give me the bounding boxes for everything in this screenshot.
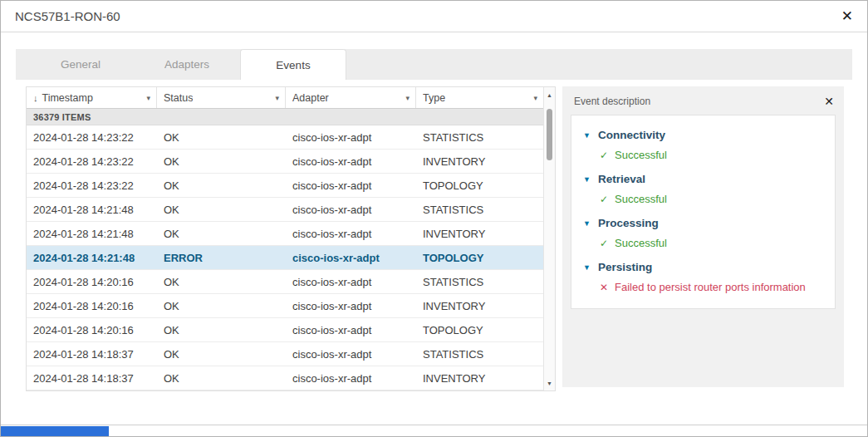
cell-adapter: cisco-ios-xr-adpt bbox=[286, 155, 416, 168]
cell-adapter: cisco-ios-xr-adpt bbox=[286, 179, 416, 192]
cell-type: TOPOLOGY bbox=[416, 324, 543, 336]
modal-body: GeneralAdaptersEvents ↓Timestamp▾Status▾… bbox=[1, 32, 867, 425]
table-row[interactable]: 2024-01-28 14:18:37OKcisco-ios-xr-adptST… bbox=[27, 342, 543, 366]
column-header-status[interactable]: Status▾ bbox=[157, 87, 286, 108]
filter-dropdown-icon[interactable]: ▾ bbox=[146, 94, 150, 102]
sort-desc-icon[interactable]: ↓ bbox=[33, 93, 38, 103]
tab-events[interactable]: Events bbox=[240, 49, 346, 80]
column-header-timestamp[interactable]: ↓Timestamp▾ bbox=[27, 87, 157, 108]
table-row[interactable]: 2024-01-28 14:23:22OKcisco-ios-xr-adptST… bbox=[27, 125, 543, 150]
event-section-name: Persisting bbox=[598, 261, 652, 273]
modal-header: NCS57B1-RON-60 ✕ bbox=[1, 1, 867, 32]
event-section-retrieval: ▼Retrieval✓Successful bbox=[581, 166, 825, 210]
cell-adapter: cisco-ios-xr-adpt bbox=[286, 300, 416, 312]
table-row[interactable]: 2024-01-28 14:23:22OKcisco-ios-xr-adptTO… bbox=[27, 174, 543, 198]
cell-status: OK bbox=[157, 228, 286, 240]
modal-title: NCS57B1-RON-60 bbox=[15, 9, 120, 23]
event-description-close-icon[interactable]: ✕ bbox=[824, 96, 834, 107]
cell-type: TOPOLOGY bbox=[416, 179, 543, 192]
cell-type: TOPOLOGY bbox=[416, 252, 543, 264]
table-row[interactable]: 2024-01-28 14:20:16OKcisco-ios-xr-adptIN… bbox=[27, 294, 543, 318]
cell-adapter: cisco-ios-xr-adpt bbox=[286, 252, 416, 264]
table-row[interactable]: 2024-01-28 14:21:48OKcisco-ios-xr-adptST… bbox=[27, 198, 543, 222]
tab-general[interactable]: General bbox=[27, 49, 134, 80]
column-title: Type bbox=[423, 92, 445, 104]
table-row[interactable]: 2024-01-28 14:21:48ERRORcisco-ios-xr-adp… bbox=[27, 246, 543, 270]
cell-type: INVENTORY bbox=[416, 300, 543, 312]
cell-type: INVENTORY bbox=[416, 372, 543, 385]
column-title: Status bbox=[164, 92, 193, 104]
cell-status: OK bbox=[157, 324, 286, 336]
table-row[interactable]: 2024-01-28 14:21:48OKcisco-ios-xr-adptIN… bbox=[27, 222, 543, 246]
cell-timestamp: 2024-01-28 14:21:48 bbox=[27, 204, 157, 216]
cell-timestamp: 2024-01-28 14:18:37 bbox=[27, 348, 157, 361]
cell-timestamp: 2024-01-28 14:20:16 bbox=[27, 300, 157, 312]
cell-status: OK bbox=[157, 372, 286, 385]
cell-adapter: cisco-ios-xr-adpt bbox=[286, 348, 416, 361]
tab-adapters[interactable]: Adapters bbox=[134, 49, 240, 80]
caret-down-icon: ▼ bbox=[583, 175, 591, 184]
filter-dropdown-icon[interactable]: ▾ bbox=[275, 94, 279, 102]
column-header-label: Type bbox=[423, 92, 445, 104]
event-section-name: Processing bbox=[598, 217, 659, 229]
scrollbar-thumb[interactable] bbox=[547, 109, 552, 160]
tab-panel: GeneralAdaptersEvents ↓Timestamp▾Status▾… bbox=[16, 49, 852, 423]
caret-down-icon: ▼ bbox=[583, 263, 591, 272]
event-section-persisting: ▼Persisting✕Failed to persist router por… bbox=[581, 254, 825, 298]
event-section-header[interactable]: ▼Connectivity bbox=[581, 122, 825, 145]
cell-status: OK bbox=[157, 276, 286, 288]
scroll-down-icon[interactable]: ▼ bbox=[544, 377, 555, 389]
cell-timestamp: 2024-01-28 14:20:16 bbox=[27, 324, 157, 336]
table-scrollbar[interactable]: ▲ ▼ bbox=[543, 87, 555, 390]
caret-down-icon: ▼ bbox=[583, 219, 591, 228]
cell-type: INVENTORY bbox=[416, 155, 543, 168]
cell-type: STATISTICS bbox=[416, 348, 543, 361]
column-header-adapter[interactable]: Adapter▾ bbox=[286, 87, 416, 108]
cell-timestamp: 2024-01-28 14:18:37 bbox=[27, 372, 157, 385]
scroll-up-icon[interactable]: ▲ bbox=[544, 89, 555, 101]
events-table: ↓Timestamp▾Status▾Adapter▾Type▾ 36379 IT… bbox=[26, 86, 556, 391]
table-row[interactable]: 2024-01-28 14:20:16OKcisco-ios-xr-adptST… bbox=[27, 270, 543, 294]
event-section-name: Connectivity bbox=[598, 129, 665, 141]
cell-timestamp: 2024-01-28 14:21:48 bbox=[27, 252, 157, 264]
event-section-name: Retrieval bbox=[598, 173, 645, 185]
cell-status: ERROR bbox=[157, 252, 286, 264]
tab-bar: GeneralAdaptersEvents bbox=[16, 49, 852, 80]
column-header-type[interactable]: Type▾ bbox=[416, 87, 543, 108]
cell-adapter: cisco-ios-xr-adpt bbox=[286, 204, 416, 216]
event-description-panel: Event description ✕ ▼Connectivity✓Succes… bbox=[562, 86, 844, 387]
event-section-status: ✓Successful bbox=[581, 189, 825, 210]
cell-status: OK bbox=[157, 179, 286, 192]
event-section-header[interactable]: ▼Processing bbox=[581, 210, 825, 233]
events-table-inner: ↓Timestamp▾Status▾Adapter▾Type▾ 36379 IT… bbox=[27, 87, 543, 390]
cell-status: OK bbox=[157, 204, 286, 216]
event-section-header[interactable]: ▼Retrieval bbox=[581, 166, 825, 189]
table-row[interactable]: 2024-01-28 14:18:37OKcisco-ios-xr-adptIN… bbox=[27, 366, 543, 390]
event-status-text: Successful bbox=[615, 193, 667, 205]
column-header-label: Status bbox=[164, 92, 193, 104]
table-body: 2024-01-28 14:23:22OKcisco-ios-xr-adptST… bbox=[27, 125, 543, 390]
cell-timestamp: 2024-01-28 14:21:48 bbox=[27, 228, 157, 240]
event-description-card: ▼Connectivity✓Successful▼Retrieval✓Succe… bbox=[571, 115, 836, 309]
event-section-status: ✕Failed to persist router ports informat… bbox=[581, 277, 825, 298]
filter-dropdown-icon[interactable]: ▾ bbox=[533, 94, 537, 102]
device-details-modal: NCS57B1-RON-60 ✕ GeneralAdaptersEvents ↓… bbox=[1, 1, 867, 425]
check-icon: ✓ bbox=[600, 238, 608, 249]
cell-type: STATISTICS bbox=[416, 131, 543, 144]
filter-dropdown-icon[interactable]: ▾ bbox=[405, 94, 409, 102]
cell-adapter: cisco-ios-xr-adpt bbox=[286, 276, 416, 288]
column-header-label: Adapter bbox=[292, 92, 329, 104]
table-row[interactable]: 2024-01-28 14:23:22OKcisco-ios-xr-adptIN… bbox=[27, 150, 543, 174]
event-section-status: ✓Successful bbox=[581, 145, 825, 166]
event-description-title: Event description bbox=[574, 96, 650, 107]
event-status-text: Failed to persist router ports informati… bbox=[615, 281, 806, 293]
cell-timestamp: 2024-01-28 14:23:22 bbox=[27, 155, 157, 168]
cell-adapter: cisco-ios-xr-adpt bbox=[286, 228, 416, 240]
event-section-header[interactable]: ▼Persisting bbox=[581, 254, 825, 277]
cell-type: STATISTICS bbox=[416, 204, 543, 216]
table-row[interactable]: 2024-01-28 14:20:16OKcisco-ios-xr-adptTO… bbox=[27, 318, 543, 342]
items-count-row: 36379 ITEMS bbox=[27, 109, 543, 125]
modal-close-icon[interactable]: ✕ bbox=[841, 9, 853, 23]
check-icon: ✓ bbox=[600, 150, 608, 161]
column-title: Timestamp bbox=[42, 92, 93, 104]
